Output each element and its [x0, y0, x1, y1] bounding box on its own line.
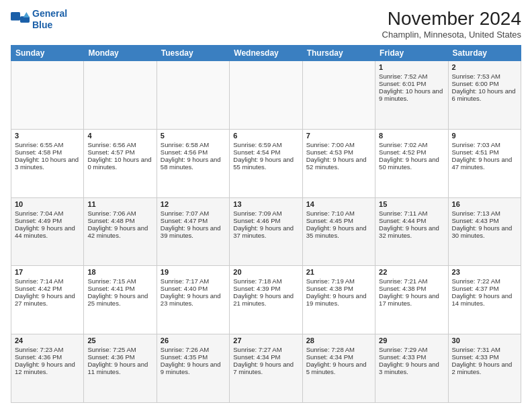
day-info: Sunrise: 6:58 AM — [161, 141, 226, 148]
day-header-row: SundayMondayTuesdayWednesdayThursdayFrid… — [11, 46, 521, 61]
day-info: Sunrise: 7:29 AM — [379, 346, 444, 353]
month-title: November 2024 — [382, 8, 521, 30]
day-info: Sunrise: 6:55 AM — [15, 141, 80, 148]
day-info: Sunset: 4:48 PM — [87, 217, 152, 224]
day-info: Sunset: 4:39 PM — [233, 285, 298, 292]
calendar-cell: 14Sunrise: 7:10 AMSunset: 4:45 PMDayligh… — [302, 197, 375, 266]
day-info: Sunrise: 7:04 AM — [15, 210, 80, 217]
week-row-2: 10Sunrise: 7:04 AMSunset: 4:49 PMDayligh… — [11, 197, 521, 266]
day-info: Sunset: 4:33 PM — [379, 353, 444, 361]
day-info: Sunset: 4:45 PM — [306, 217, 371, 224]
day-info: Sunrise: 6:56 AM — [87, 141, 152, 148]
page: General Blue November 2024 Champlin, Min… — [0, 0, 532, 411]
calendar-cell: 22Sunrise: 7:21 AMSunset: 4:38 PMDayligh… — [375, 266, 448, 334]
day-info: Daylight: 9 hours and 23 minutes. — [161, 292, 226, 307]
day-number: 12 — [161, 200, 226, 208]
day-info: Sunrise: 7:15 AM — [87, 277, 152, 285]
day-number: 13 — [233, 200, 298, 208]
day-info: Sunrise: 7:22 AM — [452, 277, 517, 285]
day-number: 20 — [233, 268, 298, 276]
day-number: 26 — [161, 336, 226, 345]
day-info: Sunset: 4:47 PM — [161, 217, 226, 224]
week-row-3: 17Sunrise: 7:14 AMSunset: 4:42 PMDayligh… — [11, 266, 521, 334]
day-info: Daylight: 9 hours and 19 minutes. — [306, 292, 371, 307]
calendar-cell: 8Sunrise: 7:02 AMSunset: 4:52 PMDaylight… — [375, 129, 448, 197]
day-info: Sunset: 4:35 PM — [161, 353, 226, 361]
calendar-cell: 15Sunrise: 7:11 AMSunset: 4:44 PMDayligh… — [375, 197, 448, 266]
day-info: Sunrise: 7:23 AM — [15, 346, 80, 353]
day-info: Sunrise: 7:07 AM — [161, 210, 226, 217]
calendar-cell — [84, 61, 157, 130]
day-number: 21 — [306, 268, 371, 276]
header: General Blue November 2024 Champlin, Min… — [11, 8, 521, 40]
day-info: Sunrise: 7:14 AM — [15, 277, 80, 285]
calendar-cell — [302, 61, 375, 130]
location: Champlin, Minnesota, United States — [382, 30, 521, 40]
day-header-friday: Friday — [375, 46, 448, 61]
day-info: Daylight: 9 hours and 12 minutes. — [15, 361, 80, 375]
day-info: Daylight: 9 hours and 5 minutes. — [306, 361, 371, 375]
day-info: Sunset: 4:57 PM — [87, 148, 152, 156]
calendar-cell — [157, 61, 229, 130]
logo-text: General Blue — [32, 8, 67, 31]
day-info: Sunrise: 7:02 AM — [379, 141, 444, 148]
calendar-cell: 27Sunrise: 7:27 AMSunset: 4:34 PMDayligh… — [230, 334, 302, 403]
day-info: Sunset: 4:58 PM — [15, 148, 80, 156]
calendar-cell: 20Sunrise: 7:18 AMSunset: 4:39 PMDayligh… — [230, 266, 302, 334]
calendar-table: SundayMondayTuesdayWednesdayThursdayFrid… — [11, 45, 521, 403]
day-info: Sunset: 4:33 PM — [452, 353, 517, 361]
day-info: Daylight: 9 hours and 47 minutes. — [452, 156, 517, 171]
calendar-cell: 9Sunrise: 7:03 AMSunset: 4:51 PMDaylight… — [448, 129, 521, 197]
week-row-4: 24Sunrise: 7:23 AMSunset: 4:36 PMDayligh… — [11, 334, 521, 403]
calendar-cell — [11, 61, 84, 130]
day-info: Sunset: 4:54 PM — [233, 148, 298, 156]
day-header-tuesday: Tuesday — [157, 46, 229, 61]
day-info: Sunrise: 7:26 AM — [161, 346, 226, 353]
day-info: Sunset: 4:53 PM — [306, 148, 371, 156]
day-info: Sunset: 4:46 PM — [233, 217, 298, 224]
day-info: Sunrise: 7:00 AM — [306, 141, 371, 148]
day-info: Daylight: 9 hours and 30 minutes. — [452, 224, 517, 239]
day-info: Daylight: 10 hours and 9 minutes. — [379, 87, 444, 102]
day-number: 1 — [379, 63, 444, 71]
day-number: 4 — [87, 132, 152, 140]
day-info: Daylight: 10 hours and 6 minutes. — [452, 87, 517, 102]
day-info: Daylight: 9 hours and 37 minutes. — [233, 224, 298, 239]
day-info: Sunrise: 7:53 AM — [452, 73, 517, 80]
day-number: 19 — [161, 268, 226, 276]
logo-icon — [11, 10, 30, 29]
day-info: Daylight: 9 hours and 39 minutes. — [161, 224, 226, 239]
day-number: 16 — [452, 200, 517, 208]
calendar-cell: 29Sunrise: 7:29 AMSunset: 4:33 PMDayligh… — [375, 334, 448, 403]
calendar-cell: 28Sunrise: 7:28 AMSunset: 4:34 PMDayligh… — [302, 334, 375, 403]
day-info: Daylight: 9 hours and 3 minutes. — [379, 361, 444, 375]
day-info: Sunset: 4:52 PM — [379, 148, 444, 156]
day-info: Daylight: 9 hours and 50 minutes. — [379, 156, 444, 171]
day-info: Sunrise: 7:03 AM — [452, 141, 517, 148]
day-info: Daylight: 9 hours and 58 minutes. — [161, 156, 226, 171]
day-header-thursday: Thursday — [302, 46, 375, 61]
day-info: Daylight: 9 hours and 35 minutes. — [306, 224, 371, 239]
calendar-cell: 7Sunrise: 7:00 AMSunset: 4:53 PMDaylight… — [302, 129, 375, 197]
day-number: 17 — [15, 268, 80, 276]
day-info: Sunset: 4:40 PM — [161, 285, 226, 292]
day-info: Daylight: 9 hours and 2 minutes. — [452, 361, 517, 375]
day-info: Daylight: 9 hours and 14 minutes. — [452, 292, 517, 307]
calendar-cell: 1Sunrise: 7:52 AMSunset: 6:01 PMDaylight… — [375, 61, 448, 130]
day-info: Sunset: 4:42 PM — [15, 285, 80, 292]
day-info: Sunrise: 7:06 AM — [87, 210, 152, 217]
calendar-cell: 26Sunrise: 7:26 AMSunset: 4:35 PMDayligh… — [157, 334, 229, 403]
day-info: Daylight: 9 hours and 21 minutes. — [233, 292, 298, 307]
day-info: Sunrise: 7:31 AM — [452, 346, 517, 353]
day-info: Daylight: 9 hours and 7 minutes. — [233, 361, 298, 375]
day-info: Sunset: 4:34 PM — [233, 353, 298, 361]
day-number: 29 — [379, 336, 444, 345]
day-header-saturday: Saturday — [448, 46, 521, 61]
day-info: Sunset: 4:37 PM — [452, 285, 517, 292]
day-info: Sunset: 4:51 PM — [452, 148, 517, 156]
day-info: Sunset: 4:49 PM — [15, 217, 80, 224]
calendar-cell: 16Sunrise: 7:13 AMSunset: 4:43 PMDayligh… — [448, 197, 521, 266]
calendar-cell: 5Sunrise: 6:58 AMSunset: 4:56 PMDaylight… — [157, 129, 229, 197]
day-info: Daylight: 9 hours and 42 minutes. — [87, 224, 152, 239]
day-info: Daylight: 9 hours and 52 minutes. — [306, 156, 371, 171]
